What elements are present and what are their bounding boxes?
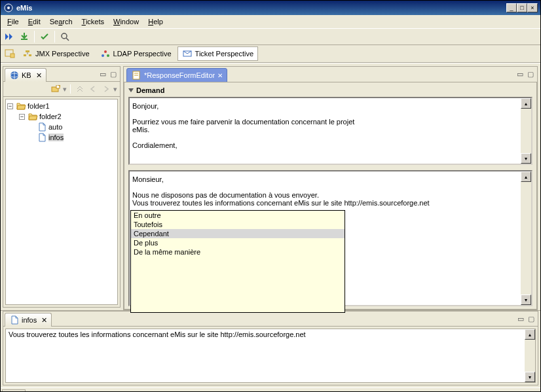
chevron-down-icon	[128, 88, 134, 92]
jmx-icon	[22, 48, 33, 59]
menu-window[interactable]: Window	[109, 16, 143, 27]
suggestion-rlitem[interactable]: De plus	[131, 238, 345, 247]
svg-text:+: +	[58, 85, 60, 89]
download-icon[interactable]	[18, 30, 31, 43]
infos-text: Vous trouverez toutes les informations c…	[9, 330, 306, 338]
infos-tab[interactable]: infos ✕	[5, 313, 52, 327]
tree-label: auto	[48, 123, 62, 131]
main-toolbar	[1, 29, 540, 45]
scroll-down-icon[interactable]: ▾	[521, 294, 531, 305]
section-demand[interactable]: Demand	[128, 86, 532, 94]
svg-rect-6	[26, 50, 29, 52]
collapse-all-icon[interactable]	[74, 83, 86, 95]
scroll-up-icon[interactable]: ▴	[525, 329, 535, 340]
maximize-view-icon[interactable]: ▢	[526, 314, 536, 323]
perspective-label: JMX Perspective	[35, 50, 90, 58]
file-icon	[37, 122, 47, 132]
back-icon[interactable]	[87, 83, 99, 95]
perspective-label: Ticket Perspective	[195, 50, 253, 58]
svg-point-2	[62, 33, 67, 39]
scroll-up-icon[interactable]: ▴	[521, 98, 531, 109]
status-bar	[1, 387, 540, 392]
editor-tab-label: *ResponseFormEditor	[144, 71, 215, 79]
kb-tab[interactable]: KB ✕	[5, 68, 47, 82]
scrollbar[interactable]: ▴ ▾	[521, 98, 531, 164]
editor-tab-responseform[interactable]: *ResponseFormEditor ✕	[126, 68, 227, 82]
file-icon	[37, 132, 47, 143]
svg-point-1	[7, 7, 10, 9]
infos-textbox[interactable]: Vous trouverez toutes les informations c…	[5, 329, 536, 383]
title-bar: eMis _ □ ×	[1, 1, 540, 15]
section-title: Demand	[136, 86, 164, 94]
new-folder-icon[interactable]: +	[50, 83, 62, 95]
expand-icon[interactable]: −	[7, 103, 13, 109]
tree-node-infos[interactable]: infos	[6, 132, 117, 143]
demand-text: Bonjour, Pourriez vous me faire parvenir…	[130, 98, 531, 153]
tree-label: folder2	[39, 113, 62, 120]
suggestion-item[interactable]: Toutefois	[131, 220, 345, 229]
kb-tab-label: KB	[22, 71, 31, 79]
suggestion-item[interactable]: Cependant	[131, 229, 345, 238]
menu-bar: File Edit Search Tickets Window Help	[1, 15, 540, 29]
forward-icon[interactable]	[100, 83, 112, 95]
perspective-bar: JMX Perspective LDAP Perspective Ticket …	[1, 45, 540, 63]
open-perspective-icon[interactable]	[3, 47, 16, 60]
svg-point-10	[104, 50, 107, 53]
menu-search[interactable]: Search	[46, 16, 77, 27]
form-icon	[131, 70, 141, 80]
menu-help[interactable]: Help	[144, 16, 167, 27]
perspective-label: LDAP Perspective	[113, 50, 172, 58]
kb-view: KB ✕ ▭ ▢ + ▾ ▾ −	[3, 66, 121, 308]
suggestion-item[interactable]: En outre	[131, 211, 345, 220]
fast-forward-icon[interactable]	[3, 30, 16, 43]
tree-label: folder1	[28, 102, 50, 110]
maximize-button[interactable]: □	[517, 3, 527, 12]
menu-tickets[interactable]: Tickets	[78, 16, 108, 27]
maximize-view-icon[interactable]: ▢	[108, 69, 119, 79]
svg-line-3	[66, 38, 69, 41]
app-icon	[3, 3, 14, 13]
menu-edit[interactable]: Edit	[24, 16, 45, 27]
folder-open-icon	[16, 101, 26, 111]
tree-node-folder1[interactable]: − folder1	[6, 101, 117, 111]
response-text: Monsieur, Nous ne disposons pas de docum…	[130, 171, 531, 211]
folder-open-icon	[28, 111, 38, 122]
scrollbar[interactable]: ▴ ▾	[525, 329, 535, 382]
kb-tree[interactable]: − folder1 − folder2 auto	[5, 99, 118, 305]
menu-file[interactable]: File	[3, 16, 23, 27]
svg-rect-5	[10, 54, 14, 58]
content-assist-popup[interactable]: En outre Toutefois Cependant De plus De …	[130, 210, 345, 313]
minimize-button[interactable]: _	[506, 3, 517, 12]
tree-node-auto[interactable]: auto	[6, 122, 117, 132]
scroll-up-icon[interactable]: ▴	[521, 171, 531, 182]
scrollbar[interactable]: ▴ ▾	[521, 171, 531, 305]
perspective-ticket[interactable]: Ticket Perspective	[177, 46, 258, 61]
maximize-editor-icon[interactable]: ▢	[525, 70, 536, 79]
svg-point-11	[102, 54, 104, 57]
check-icon[interactable]	[38, 30, 51, 43]
ldap-icon	[100, 48, 111, 59]
demand-textbox[interactable]: Bonjour, Pourriez vous me faire parvenir…	[128, 97, 532, 165]
expand-icon[interactable]: −	[19, 114, 25, 120]
scroll-down-icon[interactable]: ▾	[521, 153, 531, 164]
svg-rect-9	[29, 54, 31, 56]
svg-point-12	[107, 54, 109, 57]
suggestion-item[interactable]: De la même manière	[131, 247, 345, 257]
status-cell	[2, 389, 26, 393]
scroll-down-icon[interactable]: ▾	[525, 372, 535, 382]
minimize-view-icon[interactable]: ▭	[98, 69, 108, 79]
minimize-editor-icon[interactable]: ▭	[515, 70, 525, 79]
perspective-jmx[interactable]: JMX Perspective	[18, 46, 94, 61]
close-icon[interactable]: ✕	[217, 72, 223, 79]
svg-rect-8	[24, 54, 26, 56]
perspective-ldap[interactable]: LDAP Perspective	[96, 46, 176, 61]
kb-toolbar: + ▾ ▾	[3, 82, 120, 97]
close-icon[interactable]: ✕	[41, 316, 47, 325]
infos-tab-label: infos	[22, 316, 37, 324]
close-icon[interactable]: ✕	[36, 71, 42, 80]
search-icon[interactable]	[58, 30, 71, 43]
close-button[interactable]: ×	[527, 3, 538, 12]
tree-node-folder2[interactable]: − folder2	[6, 111, 117, 122]
infos-view: infos ✕ ▭ ▢ Vous trouverez toutes les in…	[3, 311, 538, 385]
minimize-view-icon[interactable]: ▭	[515, 314, 526, 323]
